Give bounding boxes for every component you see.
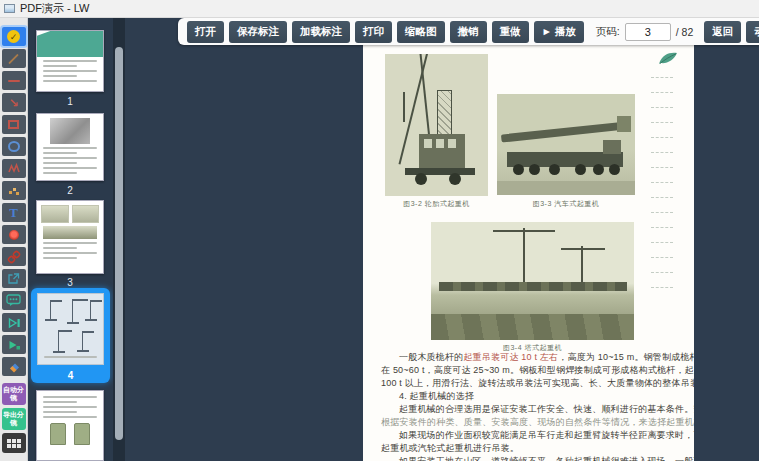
link-tool[interactable] xyxy=(2,247,26,266)
leaf-bookmark-icon xyxy=(656,49,680,71)
app-window: PDF演示 - LW ✓ ↘ T 自动分镜 xyxy=(0,0,759,461)
thumbnail-page-2[interactable] xyxy=(36,113,104,181)
laser-pointer-tool[interactable] xyxy=(2,225,26,244)
animation-settings-button[interactable]: 动画设置 xyxy=(746,21,759,43)
scribble-tool[interactable] xyxy=(2,159,26,178)
redo-button[interactable]: 重做 xyxy=(492,21,529,43)
thumbnail-page-3[interactable] xyxy=(36,200,104,274)
thumbnail-2-number: 2 xyxy=(35,185,105,196)
thumbnail-scrollbar[interactable] xyxy=(113,18,125,461)
page-number-input[interactable] xyxy=(625,23,671,41)
check-circle-icon: ✓ xyxy=(7,30,20,43)
line-tool[interactable] xyxy=(2,71,26,90)
thumbnail-2-photo xyxy=(50,118,90,144)
storyboard-grid-button[interactable] xyxy=(2,433,26,453)
insert-video-tool[interactable] xyxy=(2,335,26,354)
rectangle-tool[interactable] xyxy=(2,115,26,134)
margin-note-line xyxy=(651,122,673,123)
main-area: 打开 保存标注 加载标注 打印 缩略图 撤销 重做 ► 播放 页码: / 82 … xyxy=(125,18,759,461)
thumbnail-4-page xyxy=(37,293,104,365)
load-annotations-button[interactable]: 加载标注 xyxy=(292,21,350,43)
margin-note-line xyxy=(651,197,673,198)
ellipse-tool[interactable] xyxy=(2,137,26,156)
external-link-tool[interactable] xyxy=(2,269,26,288)
line-icon xyxy=(8,80,20,82)
thumbnails-button[interactable]: 缩略图 xyxy=(397,21,445,43)
comment-icon xyxy=(6,294,21,307)
figure-tower-crane-photo xyxy=(431,222,634,340)
auto-storyboard-button[interactable]: 自动分镜 xyxy=(2,383,26,405)
open-button[interactable]: 打开 xyxy=(187,21,224,43)
play-video-tool[interactable] xyxy=(2,313,26,332)
body-text-line: 如果安装工地在山区，道路崎岖不平，各种起重机械很难进入现场，一般可采用起重桅 xyxy=(381,455,675,461)
mosaic-icon xyxy=(8,186,20,196)
save-annotations-button[interactable]: 保存标注 xyxy=(229,21,287,43)
thumbnail-page-5[interactable] xyxy=(36,390,104,461)
video-insert-icon xyxy=(7,339,21,351)
body-text-line: 根据安装件的种类、质量、安装高度、现场的自然条件等情况，来选择起重机械。 xyxy=(381,416,675,429)
body-text: 一般木质桅杆的起重吊装可达 10 t 左右，高度为 10~15 m。钢管制成桅杆… xyxy=(381,351,675,461)
scribble-icon xyxy=(7,163,21,175)
margin-note-line xyxy=(651,152,673,153)
thumbnail-1-number: 1 xyxy=(35,96,105,107)
document-page[interactable]: 图3-2 轮胎式起重机 图3-3 汽车式起重机 图3-4 塔式起重 xyxy=(363,44,694,461)
text-icon: T xyxy=(9,206,18,219)
thumbnail-page-4-selected[interactable]: 4 xyxy=(31,288,110,383)
page-number-label: 页码: xyxy=(596,25,620,39)
back-button[interactable]: 返回 xyxy=(704,21,741,43)
scrollbar-thumb[interactable] xyxy=(115,47,123,440)
page-total-label: / 82 xyxy=(676,26,694,38)
thumbnail-5-figure xyxy=(74,423,90,445)
export-storyboard-button[interactable]: 导出分镜 xyxy=(2,408,26,430)
thumbnail-3-photo xyxy=(43,226,97,239)
mosaic-tool[interactable] xyxy=(2,181,26,200)
margin-note-line xyxy=(651,167,673,168)
thumbnail-1-cover-shape xyxy=(37,31,103,57)
pen-tool[interactable] xyxy=(2,49,26,68)
margin-note-line xyxy=(651,242,673,243)
film-grid-icon xyxy=(7,439,21,448)
rectangle-icon xyxy=(8,120,19,129)
margin-note-line xyxy=(651,257,673,258)
figure-wheeled-crane-photo xyxy=(385,54,488,196)
video-play-icon xyxy=(7,317,21,329)
margin-note-line xyxy=(651,212,673,213)
select-tool[interactable]: ✓ xyxy=(2,27,26,46)
margin-note-line xyxy=(651,227,673,228)
text-tool[interactable]: T xyxy=(2,203,26,222)
thumbnail-5-figure xyxy=(50,423,66,445)
arrow-icon: ↘ xyxy=(8,97,18,109)
print-button[interactable]: 打印 xyxy=(355,21,392,43)
thumbnail-page-1[interactable] xyxy=(36,30,104,92)
margin-note-line xyxy=(651,272,673,273)
body-text-line: 起重机械的合理选用是保证安装工作安全、快速、顺利进行的基本条件。安装工作中， xyxy=(381,403,675,416)
title-bar: PDF演示 - LW xyxy=(0,0,759,18)
margin-note-line xyxy=(651,92,673,93)
ellipse-icon xyxy=(8,141,20,152)
top-toolbar: 打开 保存标注 加载标注 打印 缩略图 撤销 重做 ► 播放 页码: / 82 … xyxy=(178,18,759,45)
arrow-tool[interactable]: ↘ xyxy=(2,93,26,112)
body-text-line: 100 t 以上，用滑行法、旋转法或吊装法可实现高、长、大质量物体的整体吊装。 xyxy=(381,377,675,390)
margin-note-line xyxy=(651,182,673,183)
body-text-line: 一般木质桅杆的起重吊装可达 10 t 左右，高度为 10~15 m。钢管制成桅杆… xyxy=(381,351,675,364)
eraser-tool[interactable] xyxy=(2,357,26,376)
link-icon xyxy=(7,250,21,264)
window-title: PDF演示 - LW xyxy=(20,1,89,16)
body-text-line: 起重机或汽轮式起重机进行吊装。 xyxy=(381,442,675,455)
external-link-icon xyxy=(7,272,20,285)
thumbnail-4-number: 4 xyxy=(31,370,110,381)
play-button[interactable]: ► 播放 xyxy=(534,21,584,43)
body-text-line: 在 50~60 t，高度可达 25~30 m。钢板和型钢焊接制成可形成格构式桅杆… xyxy=(381,364,675,377)
figure-truck-crane-photo xyxy=(497,94,635,195)
margin-note-line xyxy=(651,107,673,108)
laser-dot-icon xyxy=(9,230,19,240)
margin-note-line xyxy=(651,77,673,78)
body-text-line: 如果现场的作业面积较宽能满足吊车行走和起重臂旋转半径距离要求时，可采用履带式 xyxy=(381,429,675,442)
thumbnail-3-number: 3 xyxy=(35,277,105,288)
undo-button[interactable]: 撤销 xyxy=(450,21,487,43)
figure-caption: 图3-2 轮胎式起重机 xyxy=(385,199,488,209)
margin-note-line xyxy=(651,287,673,288)
comment-tool[interactable] xyxy=(2,291,26,310)
app-icon xyxy=(4,4,15,13)
eraser-icon xyxy=(7,361,21,373)
